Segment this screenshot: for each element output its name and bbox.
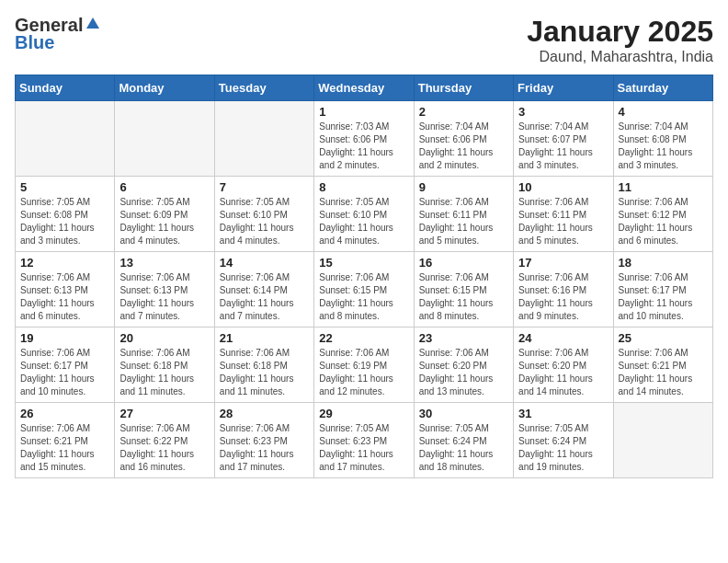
day-info: Sunrise: 7:04 AM Sunset: 6:08 PM Dayligh… — [619, 121, 708, 172]
day-info: Sunrise: 7:06 AM Sunset: 6:15 PM Dayligh… — [319, 271, 408, 323]
day-info: Sunrise: 7:06 AM Sunset: 6:15 PM Dayligh… — [419, 271, 508, 323]
calendar-week-row: 19Sunrise: 7:06 AM Sunset: 6:17 PM Dayli… — [16, 327, 713, 403]
weekday-header: Monday — [115, 75, 214, 101]
logo-blue: Blue — [15, 32, 54, 53]
day-number: 13 — [119, 256, 209, 270]
day-info: Sunrise: 7:05 AM Sunset: 6:23 PM Dayligh… — [319, 422, 408, 474]
logo: General Blue — [15, 15, 101, 53]
calendar-cell: 4Sunrise: 7:04 AM Sunset: 6:08 PM Daylig… — [613, 101, 712, 177]
day-number: 9 — [419, 180, 508, 194]
calendar-cell: 24Sunrise: 7:06 AM Sunset: 6:20 PM Dayli… — [514, 327, 613, 403]
day-number: 29 — [319, 407, 408, 420]
day-info: Sunrise: 7:05 AM Sunset: 6:24 PM Dayligh… — [518, 422, 608, 474]
day-number: 17 — [518, 256, 608, 270]
day-number: 18 — [619, 256, 708, 270]
calendar-cell: 10Sunrise: 7:06 AM Sunset: 6:11 PM Dayli… — [514, 177, 613, 252]
day-number: 15 — [319, 256, 408, 270]
day-info: Sunrise: 7:06 AM Sunset: 6:21 PM Dayligh… — [20, 422, 109, 474]
page-header: General Blue January 2025 Daund, Maharas… — [15, 15, 713, 65]
day-info: Sunrise: 7:06 AM Sunset: 6:19 PM Dayligh… — [319, 347, 408, 398]
title-block: January 2025 Daund, Maharashtra, India — [527, 15, 713, 65]
day-info: Sunrise: 7:04 AM Sunset: 6:06 PM Dayligh… — [419, 121, 508, 172]
day-info: Sunrise: 7:06 AM Sunset: 6:20 PM Dayligh… — [518, 347, 608, 398]
day-number: 19 — [20, 331, 109, 345]
calendar-cell: 6Sunrise: 7:05 AM Sunset: 6:09 PM Daylig… — [115, 177, 214, 252]
day-info: Sunrise: 7:06 AM Sunset: 6:20 PM Dayligh… — [419, 347, 508, 398]
month-title: January 2025 — [527, 15, 713, 49]
day-info: Sunrise: 7:06 AM Sunset: 6:18 PM Dayligh… — [220, 347, 309, 398]
calendar-cell: 17Sunrise: 7:06 AM Sunset: 6:16 PM Dayli… — [514, 252, 613, 327]
calendar-cell: 13Sunrise: 7:06 AM Sunset: 6:13 PM Dayli… — [115, 252, 214, 327]
day-info: Sunrise: 7:05 AM Sunset: 6:08 PM Dayligh… — [20, 196, 109, 247]
calendar-cell: 15Sunrise: 7:06 AM Sunset: 6:15 PM Dayli… — [314, 252, 414, 327]
day-info: Sunrise: 7:06 AM Sunset: 6:11 PM Dayligh… — [419, 196, 508, 247]
day-number: 2 — [419, 105, 508, 119]
weekday-header: Sunday — [16, 75, 115, 101]
day-number: 31 — [518, 407, 608, 420]
weekday-header: Thursday — [414, 75, 513, 101]
day-info: Sunrise: 7:06 AM Sunset: 6:13 PM Dayligh… — [119, 271, 209, 323]
calendar-cell: 3Sunrise: 7:04 AM Sunset: 6:07 PM Daylig… — [514, 101, 613, 177]
location-title: Daund, Maharashtra, India — [527, 49, 713, 65]
calendar-cell: 21Sunrise: 7:06 AM Sunset: 6:18 PM Dayli… — [214, 327, 313, 403]
day-number: 12 — [20, 256, 109, 270]
calendar-cell — [214, 101, 313, 177]
calendar-week-row: 26Sunrise: 7:06 AM Sunset: 6:21 PM Dayli… — [16, 403, 713, 478]
day-number: 5 — [20, 180, 109, 194]
calendar-cell: 20Sunrise: 7:06 AM Sunset: 6:18 PM Dayli… — [115, 327, 214, 403]
day-number: 22 — [319, 331, 408, 345]
weekday-header: Friday — [514, 75, 613, 101]
day-number: 1 — [319, 105, 408, 119]
calendar-cell: 2Sunrise: 7:04 AM Sunset: 6:06 PM Daylig… — [414, 101, 513, 177]
calendar-cell: 23Sunrise: 7:06 AM Sunset: 6:20 PM Dayli… — [414, 327, 513, 403]
day-number: 21 — [220, 331, 309, 345]
day-info: Sunrise: 7:05 AM Sunset: 6:10 PM Dayligh… — [220, 196, 309, 247]
calendar-cell: 31Sunrise: 7:05 AM Sunset: 6:24 PM Dayli… — [514, 403, 613, 478]
day-info: Sunrise: 7:06 AM Sunset: 6:12 PM Dayligh… — [619, 196, 708, 247]
calendar-cell: 1Sunrise: 7:03 AM Sunset: 6:06 PM Daylig… — [314, 101, 414, 177]
day-number: 20 — [119, 331, 209, 345]
calendar-week-row: 5Sunrise: 7:05 AM Sunset: 6:08 PM Daylig… — [16, 177, 713, 252]
day-info: Sunrise: 7:05 AM Sunset: 6:09 PM Dayligh… — [119, 196, 209, 247]
calendar-cell: 9Sunrise: 7:06 AM Sunset: 6:11 PM Daylig… — [414, 177, 513, 252]
day-info: Sunrise: 7:06 AM Sunset: 6:13 PM Dayligh… — [20, 271, 109, 323]
calendar-cell — [115, 101, 214, 177]
calendar-cell: 14Sunrise: 7:06 AM Sunset: 6:14 PM Dayli… — [214, 252, 313, 327]
day-number: 8 — [319, 180, 408, 194]
calendar-cell: 12Sunrise: 7:06 AM Sunset: 6:13 PM Dayli… — [16, 252, 115, 327]
calendar-cell: 26Sunrise: 7:06 AM Sunset: 6:21 PM Dayli… — [16, 403, 115, 478]
day-number: 4 — [619, 105, 708, 119]
calendar-cell: 27Sunrise: 7:06 AM Sunset: 6:22 PM Dayli… — [115, 403, 214, 478]
day-number: 28 — [220, 407, 309, 420]
calendar-cell: 11Sunrise: 7:06 AM Sunset: 6:12 PM Dayli… — [613, 177, 712, 252]
day-info: Sunrise: 7:06 AM Sunset: 6:11 PM Dayligh… — [518, 196, 608, 247]
calendar-cell: 28Sunrise: 7:06 AM Sunset: 6:23 PM Dayli… — [214, 403, 313, 478]
calendar-cell: 7Sunrise: 7:05 AM Sunset: 6:10 PM Daylig… — [214, 177, 313, 252]
weekday-header-row: SundayMondayTuesdayWednesdayThursdayFrid… — [16, 75, 713, 101]
day-info: Sunrise: 7:04 AM Sunset: 6:07 PM Dayligh… — [518, 121, 608, 172]
day-number: 26 — [20, 407, 109, 420]
day-info: Sunrise: 7:03 AM Sunset: 6:06 PM Dayligh… — [319, 121, 408, 172]
day-info: Sunrise: 7:06 AM Sunset: 6:17 PM Dayligh… — [619, 271, 708, 323]
calendar-cell: 29Sunrise: 7:05 AM Sunset: 6:23 PM Dayli… — [314, 403, 414, 478]
day-number: 25 — [619, 331, 708, 345]
calendar-cell: 30Sunrise: 7:05 AM Sunset: 6:24 PM Dayli… — [414, 403, 513, 478]
day-number: 6 — [119, 180, 209, 194]
weekday-header: Tuesday — [214, 75, 313, 101]
day-number: 10 — [518, 180, 608, 194]
calendar-cell: 8Sunrise: 7:05 AM Sunset: 6:10 PM Daylig… — [314, 177, 414, 252]
calendar-cell: 16Sunrise: 7:06 AM Sunset: 6:15 PM Dayli… — [414, 252, 513, 327]
day-info: Sunrise: 7:05 AM Sunset: 6:10 PM Dayligh… — [319, 196, 408, 247]
calendar-cell: 25Sunrise: 7:06 AM Sunset: 6:21 PM Dayli… — [613, 327, 712, 403]
weekday-header: Wednesday — [314, 75, 414, 101]
day-number: 14 — [220, 256, 309, 270]
day-number: 7 — [220, 180, 309, 194]
svg-marker-0 — [86, 17, 99, 29]
calendar-cell: 5Sunrise: 7:05 AM Sunset: 6:08 PM Daylig… — [16, 177, 115, 252]
day-info: Sunrise: 7:06 AM Sunset: 6:16 PM Dayligh… — [518, 271, 608, 323]
calendar-cell — [16, 101, 115, 177]
calendar-cell: 22Sunrise: 7:06 AM Sunset: 6:19 PM Dayli… — [314, 327, 414, 403]
logo-icon — [85, 16, 101, 32]
calendar-week-row: 1Sunrise: 7:03 AM Sunset: 6:06 PM Daylig… — [16, 101, 713, 177]
calendar-cell: 19Sunrise: 7:06 AM Sunset: 6:17 PM Dayli… — [16, 327, 115, 403]
